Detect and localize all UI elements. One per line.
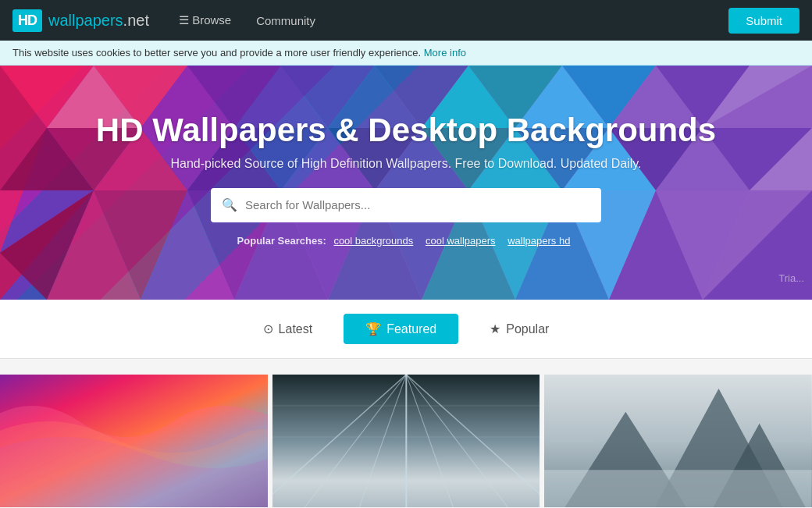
gallery-item-2[interactable] (272, 375, 540, 507)
hero-subtitle: Hand-picked Source of High Definition Wa… (16, 157, 796, 171)
search-box: 🔍 (211, 188, 601, 222)
hamburger-icon: ☰ (179, 13, 189, 27)
navbar: HD wallpapers.net ☰ Browse Community Sub… (0, 0, 812, 41)
popular-icon: ★ (490, 321, 500, 336)
latest-icon: ⊙ (263, 321, 273, 336)
gallery (0, 359, 812, 507)
gallery-item-3[interactable] (544, 375, 812, 507)
featured-icon: 🏆 (365, 321, 381, 336)
tab-featured-label: Featured (386, 322, 436, 336)
popular-link-2[interactable]: cool wallpapers (426, 235, 496, 247)
gallery-item-1[interactable] (0, 375, 268, 507)
popular-link-3[interactable]: wallpapers hd (508, 235, 570, 247)
hero-watermark: Tria... (778, 272, 804, 284)
popular-link-1[interactable]: cool backgrounds (333, 235, 413, 247)
cookie-bar: This website uses cookies to better serv… (0, 41, 812, 66)
wallpaper-architecture (272, 375, 540, 507)
logo-text: wallpapers.net (48, 12, 149, 30)
submit-button[interactable]: Submit (728, 8, 800, 34)
nav-links: ☰ Browse Community (168, 9, 728, 32)
browse-menu[interactable]: ☰ Browse (168, 9, 242, 32)
cookie-message: This website uses cookies to better serv… (12, 47, 421, 59)
svg-rect-71 (544, 470, 812, 507)
tab-popular-label: Popular (506, 322, 549, 336)
wallpaper-wave (0, 375, 268, 507)
logo-tld: .net (123, 12, 149, 29)
cookie-more-info[interactable]: More info (424, 47, 466, 59)
community-link[interactable]: Community (245, 9, 326, 32)
logo[interactable]: HD wallpapers.net (12, 9, 149, 32)
logo-brand: wallpapers (48, 12, 123, 29)
tab-latest[interactable]: ⊙ Latest (241, 314, 335, 344)
hero-title: HD Wallpapers & Desktop Backgrounds (16, 112, 796, 149)
wallpaper-mountain (544, 375, 812, 507)
tab-latest-label: Latest (279, 322, 313, 336)
tab-popular[interactable]: ★ Popular (468, 314, 571, 344)
hero-content: HD Wallpapers & Desktop Backgrounds Hand… (16, 112, 796, 247)
logo-icon: HD (12, 9, 42, 32)
search-icon: 🔍 (222, 197, 237, 212)
popular-searches: Popular Searches: cool backgrounds cool … (16, 235, 796, 247)
popular-label: Popular Searches: (237, 235, 326, 247)
tabs-section: ⊙ Latest 🏆 Featured ★ Popular (0, 300, 812, 359)
hero-section: HD Wallpapers & Desktop Backgrounds Hand… (0, 66, 812, 300)
tab-featured[interactable]: 🏆 Featured (344, 314, 458, 344)
browse-label: Browse (192, 13, 231, 27)
search-input[interactable] (245, 198, 590, 211)
